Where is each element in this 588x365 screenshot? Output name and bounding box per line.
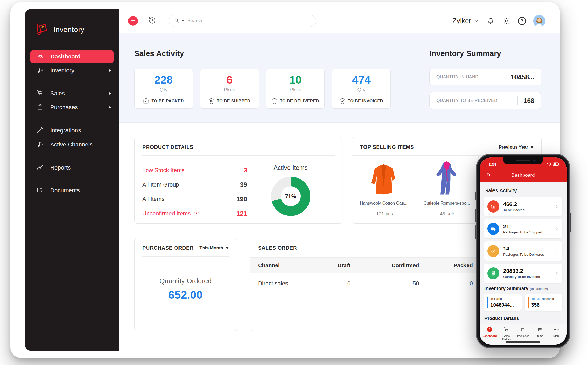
to-be-packed-card[interactable]: 228 Qty TO BE PACKED bbox=[134, 69, 193, 109]
sidebar-item-integrations[interactable]: Integrations bbox=[25, 124, 119, 137]
phone-page-title: Dashboard bbox=[480, 173, 567, 178]
field-value: 10458... bbox=[511, 73, 534, 81]
row-value: 190 bbox=[237, 195, 247, 203]
list-item[interactable]: All Items 190 bbox=[142, 192, 247, 206]
metric-value: 356 bbox=[531, 302, 559, 308]
clock-time: 2:59 bbox=[489, 162, 496, 166]
chevron-right-icon bbox=[555, 249, 559, 253]
brand-logo: Inventory bbox=[25, 9, 119, 46]
sidebar-item-dashboard[interactable]: Dashboard bbox=[30, 50, 114, 63]
card-title: TOP SELLING ITEMS bbox=[360, 144, 414, 150]
purchase-order-card: PURCHASE ORDER This Month Quantity Order… bbox=[134, 238, 237, 331]
metric-unit: Qty bbox=[332, 87, 390, 93]
metric-value: 20833.2 bbox=[503, 268, 540, 274]
chevron-right-icon bbox=[555, 271, 559, 275]
submenu-arrow-icon bbox=[109, 106, 111, 109]
top-selling-item[interactable]: Hanswooly Cotton Cas... 171pcs bbox=[352, 156, 415, 220]
metric-label: TO BE PACKED bbox=[151, 99, 184, 103]
org-switcher[interactable]: Zylker bbox=[452, 17, 479, 25]
sidebar-item-purchases[interactable]: Purchases bbox=[25, 101, 119, 114]
period-dropdown[interactable]: Previous Year bbox=[499, 145, 534, 150]
alert-info-icon bbox=[194, 211, 199, 216]
cart-icon bbox=[503, 326, 509, 333]
topbar: + bbox=[119, 9, 560, 33]
recent-history-button[interactable] bbox=[148, 16, 157, 26]
home-indicator[interactable] bbox=[506, 341, 540, 343]
truck-icon bbox=[487, 223, 499, 235]
phone-to-be-delivered-card[interactable]: 14 Packages To be Delivered bbox=[484, 241, 562, 261]
to-be-invoiced-card[interactable]: 474 Qty TO BE INVOICED bbox=[332, 69, 391, 109]
plug-icon bbox=[37, 127, 43, 134]
column-header[interactable]: Confirmed bbox=[361, 258, 429, 273]
to-be-shipped-card[interactable]: 6 Pkgs TO BE SHIPPED bbox=[200, 69, 259, 109]
phone-to-be-received-card[interactable]: To Be Received 356 bbox=[525, 294, 562, 311]
dashboard-gauge-icon bbox=[37, 53, 44, 61]
notifications-button[interactable] bbox=[487, 17, 495, 25]
metric-label: To be Packed bbox=[503, 208, 525, 212]
search-scope-caret-icon[interactable] bbox=[182, 20, 184, 22]
row-label: All Items bbox=[142, 196, 164, 203]
user-avatar[interactable] bbox=[533, 15, 545, 27]
sidebar-item-label: Purchases bbox=[50, 104, 78, 111]
top-selling-item[interactable]: Cutiepie Rompers-spo... 45sets bbox=[415, 156, 478, 220]
help-button[interactable]: ? bbox=[518, 17, 526, 25]
tab-dashboard[interactable]: Dashboard bbox=[482, 326, 497, 345]
caret-down-icon bbox=[530, 146, 534, 148]
column-header[interactable]: Packed bbox=[429, 258, 483, 273]
wifi-icon bbox=[547, 162, 552, 166]
summary-band: Sales Activity 228 Qty TO BE PACKED bbox=[119, 33, 560, 123]
quantity-in-hand-field[interactable]: QUANTITY IN HAND 10458... bbox=[429, 69, 541, 85]
active-items-title: Active Items bbox=[247, 164, 334, 171]
sales-activity-title: Sales Activity bbox=[134, 49, 184, 58]
field-label: QUANTITY IN HAND bbox=[436, 75, 505, 79]
sidebar-item-label: Integrations bbox=[50, 127, 81, 134]
list-item[interactable]: Low Stock Items 3 bbox=[142, 163, 247, 177]
caret-down-icon bbox=[226, 247, 229, 249]
add-new-button[interactable]: + bbox=[128, 16, 138, 26]
cart-icon bbox=[37, 90, 43, 97]
metric-value: 14 bbox=[503, 246, 544, 252]
sidebar: Inventory Dashboard bbox=[25, 9, 119, 351]
phone-in-hand-card[interactable]: In Hand 1046044... bbox=[484, 294, 522, 311]
sidebar-item-documents[interactable]: Documents bbox=[25, 184, 119, 197]
bell-icon bbox=[487, 17, 495, 25]
tab-more[interactable]: More bbox=[549, 326, 564, 345]
period-dropdown[interactable]: This Month bbox=[199, 246, 229, 251]
inventory-summary-title: Inventory Summary bbox=[429, 49, 501, 58]
check-circle-icon bbox=[143, 98, 149, 104]
sidebar-item-inventory[interactable]: Inventory bbox=[25, 64, 119, 77]
list-item[interactable]: All Item Group 39 bbox=[142, 177, 247, 192]
check-icon bbox=[487, 245, 499, 257]
dashboard-gauge-icon bbox=[486, 326, 493, 333]
ellipsis-circle-icon bbox=[272, 98, 277, 104]
sidebar-item-reports[interactable]: Reports bbox=[25, 161, 119, 175]
row-value: 39 bbox=[240, 181, 247, 188]
question-mark-icon: ? bbox=[518, 17, 526, 25]
column-header[interactable]: Channel bbox=[250, 258, 319, 273]
bag-icon bbox=[537, 326, 543, 333]
search-input[interactable] bbox=[187, 18, 311, 24]
phone-volume-down-button bbox=[475, 225, 476, 239]
plus-icon: + bbox=[131, 17, 135, 25]
product-name: Hanswooly Cotton Cas... bbox=[352, 201, 415, 206]
column-header[interactable]: Draft bbox=[319, 258, 361, 273]
sidebar-item-sales[interactable]: Sales bbox=[25, 87, 119, 100]
phone-sales-activity-title: Sales Activity bbox=[484, 187, 562, 194]
submenu-arrow-icon bbox=[109, 92, 111, 95]
phone-power-button bbox=[570, 213, 571, 232]
to-be-delivered-card[interactable]: 10 Pkgs TO BE DELIVERED bbox=[266, 69, 325, 109]
phone-to-be-shipped-card[interactable]: 21 Packages To be Shipped bbox=[484, 219, 562, 238]
shopping-bag-icon bbox=[37, 103, 43, 111]
metric-label: To Be Received bbox=[531, 297, 559, 301]
phone-to-be-invoiced-card[interactable]: 20833.2 Quantity To be Invoiced bbox=[484, 264, 562, 283]
field-divider bbox=[517, 96, 518, 105]
metric-label: TO BE SHIPPED bbox=[217, 99, 250, 103]
product-image-romper bbox=[415, 158, 478, 198]
quantity-to-be-received-field[interactable]: QUANTITY TO BE RECEIVED 168 bbox=[429, 92, 541, 109]
settings-button[interactable] bbox=[502, 17, 510, 25]
phone-to-be-packed-card[interactable]: 466.2 To be Packed bbox=[484, 197, 562, 216]
gear-icon bbox=[502, 17, 510, 25]
list-item[interactable]: Unconfirmed Items 121 bbox=[142, 206, 247, 221]
global-search[interactable] bbox=[169, 15, 316, 27]
sidebar-item-active-channels[interactable]: Active Channels bbox=[25, 138, 119, 151]
